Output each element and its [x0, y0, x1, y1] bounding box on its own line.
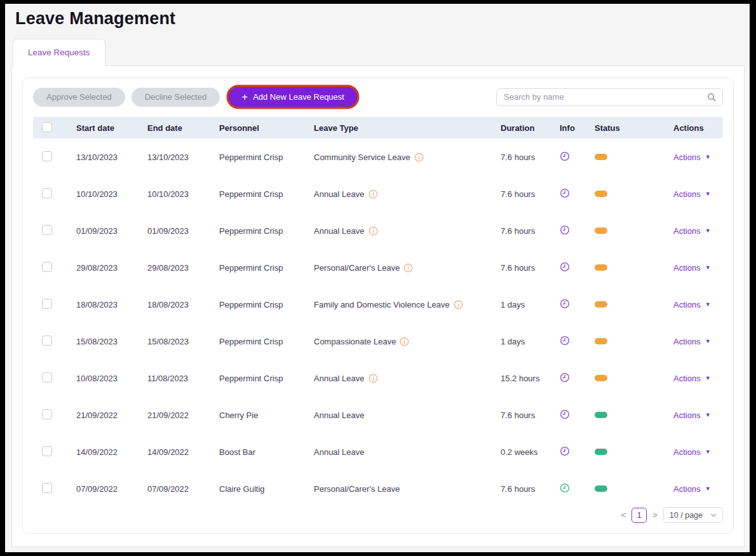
leave-requests-card: Approve Selected Decline Selected + Add …	[22, 78, 734, 534]
pagination-prev-button[interactable]: <	[621, 510, 626, 520]
status-badge	[595, 191, 607, 197]
column-header-info[interactable]: Info	[553, 123, 588, 133]
row-actions-dropdown[interactable]: Actions ▼	[673, 447, 711, 457]
leave-type-cell: Annual Leave	[314, 189, 499, 199]
page-title: Leave Management	[15, 9, 175, 29]
add-button-label: Add New Leave Request	[253, 92, 344, 102]
column-header-start-date[interactable]: Start date	[76, 123, 147, 133]
leave-type-label: Annual Leave	[314, 374, 365, 383]
column-header-status[interactable]: Status	[588, 123, 661, 133]
duration-cell: 7.6 hours	[499, 226, 553, 236]
row-actions-label: Actions	[673, 226, 701, 236]
leave-type-cell: Annual Leave	[314, 226, 499, 236]
row-actions-label: Actions	[673, 300, 701, 309]
search-input[interactable]	[503, 92, 706, 102]
duration-cell: 7.6 hours	[499, 189, 553, 199]
pagination-next-button[interactable]: >	[652, 510, 658, 520]
row-checkbox[interactable]	[42, 225, 52, 235]
tab-leave-requests[interactable]: Leave Requests	[13, 39, 105, 66]
column-header-personnel[interactable]: Personnel	[219, 123, 314, 133]
clock-icon[interactable]	[560, 225, 570, 235]
chevron-down-icon: ▼	[705, 486, 711, 492]
clock-icon[interactable]	[560, 409, 570, 419]
clock-icon[interactable]	[560, 262, 570, 272]
end-date-cell: 11/08/2023	[147, 374, 219, 383]
start-date-cell: 10/10/2023	[76, 189, 147, 199]
column-header-duration[interactable]: Duration	[499, 123, 553, 133]
row-actions-dropdown[interactable]: Actions ▼	[673, 226, 711, 236]
info-circle-icon[interactable]	[368, 374, 378, 383]
plus-icon: +	[241, 92, 248, 102]
pagination-page-1[interactable]: 1	[631, 508, 647, 523]
row-actions-dropdown[interactable]: Actions ▼	[673, 484, 711, 494]
info-circle-icon[interactable]	[454, 300, 463, 309]
info-circle-icon[interactable]	[368, 226, 378, 236]
row-actions-label: Actions	[673, 447, 701, 457]
column-header-leave-type[interactable]: Leave Type	[314, 123, 499, 133]
row-actions-dropdown[interactable]: Actions ▼	[673, 374, 711, 383]
search-icon[interactable]	[706, 92, 717, 102]
row-actions-label: Actions	[673, 337, 701, 346]
duration-cell: 0.2 weeks	[499, 447, 553, 457]
row-checkbox[interactable]	[42, 483, 52, 493]
leave-type-label: Personal/Carer's Leave	[314, 263, 400, 273]
column-header-end-date[interactable]: End date	[147, 123, 219, 133]
add-new-leave-request-button[interactable]: + Add New Leave Request	[229, 87, 357, 107]
table-row: 15/08/2023 15/08/2023 Peppermint Crisp C…	[33, 323, 723, 360]
table-row: 29/08/2023 29/08/2023 Peppermint Crisp P…	[33, 249, 723, 286]
clock-icon[interactable]	[560, 151, 570, 161]
info-circle-icon[interactable]	[403, 263, 413, 273]
status-badge	[595, 485, 607, 492]
row-checkbox[interactable]	[42, 188, 52, 198]
table-row: 01/09/2023 01/09/2023 Peppermint Crisp A…	[33, 212, 723, 249]
row-checkbox[interactable]	[42, 262, 52, 272]
row-actions-dropdown[interactable]: Actions ▼	[673, 263, 711, 273]
page-size-select[interactable]: 10 / page	[663, 507, 723, 523]
row-checkbox[interactable]	[42, 299, 52, 309]
table-row: 18/08/2023 18/08/2023 Peppermint Crisp F…	[33, 286, 723, 323]
personnel-cell: Cherry Pie	[219, 410, 314, 420]
chevron-down-icon	[710, 512, 717, 519]
row-checkbox[interactable]	[42, 409, 52, 419]
row-actions-dropdown[interactable]: Actions ▼	[673, 300, 711, 309]
tab-bar: Leave Requests	[13, 39, 105, 66]
end-date-cell: 21/09/2022	[147, 410, 219, 420]
end-date-cell: 18/08/2023	[147, 300, 219, 309]
decline-selected-button[interactable]: Decline Selected	[132, 88, 220, 107]
start-date-cell: 14/09/2022	[76, 447, 147, 457]
leave-type-label: Annual Leave	[314, 447, 365, 457]
info-circle-icon[interactable]	[400, 337, 409, 346]
clock-icon[interactable]	[560, 446, 570, 456]
chevron-down-icon: ▼	[705, 339, 711, 344]
clock-icon[interactable]	[560, 336, 570, 346]
row-actions-dropdown[interactable]: Actions ▼	[673, 153, 711, 162]
column-header-actions[interactable]: Actions	[661, 123, 723, 133]
clock-icon[interactable]	[560, 372, 570, 383]
info-circle-icon[interactable]	[368, 189, 378, 199]
row-actions-dropdown[interactable]: Actions ▼	[673, 337, 711, 346]
duration-cell: 7.6 hours	[499, 410, 553, 420]
leave-type-cell: Annual Leave	[314, 410, 499, 420]
clock-icon[interactable]	[560, 299, 570, 309]
table-row: 21/09/2022 21/09/2022 Cherry Pie Annual …	[33, 397, 723, 433]
select-all-checkbox[interactable]	[42, 122, 52, 132]
approve-selected-button[interactable]: Approve Selected	[33, 88, 125, 107]
row-actions-dropdown[interactable]: Actions ▼	[673, 189, 711, 199]
leave-type-cell: Personal/Carer's Leave	[314, 484, 499, 494]
start-date-cell: 07/09/2022	[76, 484, 147, 494]
info-circle-icon[interactable]	[414, 153, 424, 162]
row-checkbox[interactable]	[42, 372, 52, 383]
duration-cell: 7.6 hours	[499, 263, 553, 273]
status-badge	[595, 264, 607, 271]
row-actions-label: Actions	[673, 153, 701, 162]
row-checkbox[interactable]	[42, 151, 52, 161]
table-header-row: Start date End date Personnel Leave Type…	[33, 117, 723, 139]
end-date-cell: 29/08/2023	[147, 263, 219, 273]
clock-icon[interactable]	[560, 483, 570, 493]
row-checkbox[interactable]	[42, 336, 52, 346]
row-actions-dropdown[interactable]: Actions ▼	[673, 410, 711, 420]
clock-icon[interactable]	[560, 188, 570, 198]
table-row: 14/09/2022 14/09/2022 Boost Bar Annual L…	[33, 433, 723, 470]
row-checkbox[interactable]	[42, 446, 52, 456]
start-date-cell: 13/10/2023	[76, 153, 147, 162]
